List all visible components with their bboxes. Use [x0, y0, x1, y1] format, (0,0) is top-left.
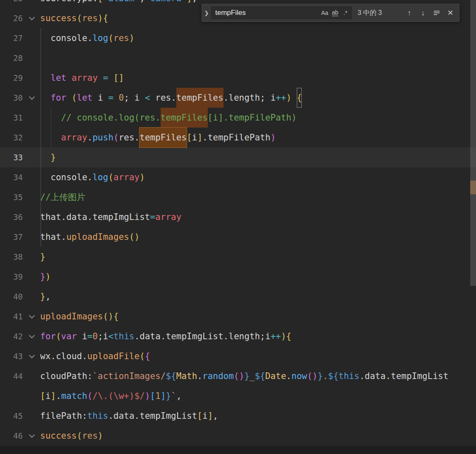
token	[108, 68, 113, 88]
code-text[interactable]: success(res)	[40, 426, 476, 446]
code-text[interactable]: },	[40, 287, 476, 307]
line-number[interactable]: 25	[13, 0, 23, 8]
token: (){	[103, 307, 119, 326]
fold-chevron-icon[interactable]	[27, 8, 36, 28]
code-line-32: 32 array.push(res.tempFiles[i].tempFileP…	[0, 128, 476, 147]
fold-chevron-icon[interactable]	[27, 346, 36, 366]
token: ,	[192, 0, 197, 8]
token: log	[92, 167, 108, 187]
next-match-button[interactable]: ↓	[417, 7, 429, 19]
line-number[interactable]: 39	[13, 267, 23, 287]
close-find-widget-button[interactable]: ✕	[444, 7, 457, 19]
code-text[interactable]: console.log(array)	[40, 167, 476, 187]
gutter: 36	[0, 207, 40, 227]
line-number[interactable]: 36	[13, 207, 23, 227]
fold-chevron-icon[interactable]	[27, 326, 36, 346]
token: push	[92, 128, 113, 147]
line-number[interactable]: 30	[13, 88, 23, 108]
whole-word-icon: ab	[332, 10, 339, 16]
code-text[interactable]: filePath:this.data.tempImgList[i],	[40, 406, 476, 426]
token: [	[187, 128, 192, 147]
line-number[interactable]: 35	[13, 187, 23, 207]
token: _	[250, 366, 255, 386]
line-number[interactable]: 34	[13, 167, 23, 187]
token: array	[61, 128, 87, 147]
token: let	[50, 68, 66, 88]
line-number[interactable]: 44	[13, 366, 23, 386]
line-number[interactable]: 27	[13, 28, 23, 48]
line-number[interactable]: 40	[13, 287, 23, 307]
token: console.	[40, 28, 92, 48]
token: success	[40, 8, 77, 28]
code-text[interactable]	[40, 48, 476, 68]
chevron-down-icon	[29, 14, 35, 20]
fold-chevron-icon[interactable]	[27, 307, 36, 326]
chevron-down-icon	[29, 353, 35, 358]
previous-match-button[interactable]: ↑	[403, 7, 416, 19]
code-text[interactable]: array.push(res.tempFiles[i].tempFilePath…	[40, 128, 476, 147]
code-text[interactable]: for(var i=0;i<this.data.tempImgList.leng…	[40, 326, 476, 346]
line-number[interactable]: 26	[13, 8, 23, 28]
code-text[interactable]: [i].match(/\.(\w+)$/)[1]}`,	[40, 386, 476, 406]
token: }	[50, 147, 56, 167]
line-number[interactable]: 33	[13, 147, 23, 167]
fold-chevron-icon[interactable]	[27, 88, 36, 108]
regex-toggle[interactable]: .*	[340, 8, 351, 18]
code-text[interactable]: }	[40, 147, 476, 167]
token: 1	[155, 386, 161, 406]
line-number[interactable]: 32	[13, 128, 23, 147]
line-number[interactable]: 43	[13, 346, 23, 366]
line-number[interactable]: 41	[13, 307, 23, 326]
toggle-replace-chevron-icon[interactable]: ❯	[202, 4, 211, 22]
code-text[interactable]: console.log(res)	[40, 28, 476, 48]
line-number[interactable]: 31	[13, 108, 23, 128]
code-text[interactable]: wx.cloud.uploadFile({	[40, 346, 476, 366]
token	[66, 68, 72, 88]
indent-guide	[41, 28, 41, 247]
token: =	[108, 88, 113, 108]
code-line-35: 35//上传图片	[0, 187, 476, 207]
code-text[interactable]: for (let i = 0; i < res.tempFiles.length…	[40, 88, 476, 108]
find-match-highlight: tempFiles	[161, 108, 208, 128]
find-in-selection-button[interactable]	[430, 7, 443, 19]
match-case-toggle[interactable]: Aa	[320, 8, 330, 18]
code-text[interactable]: })	[40, 267, 476, 287]
code-text[interactable]: cloudPath:`actionImages/${Math.random()}…	[40, 366, 476, 386]
line-number[interactable]: 46	[13, 426, 23, 446]
token: ,	[213, 406, 218, 426]
token: for	[40, 326, 56, 346]
code-text[interactable]: }	[40, 247, 476, 267]
token: ]	[208, 406, 213, 426]
token: <	[108, 326, 113, 346]
line-number[interactable]: 29	[13, 68, 23, 88]
gutter: 45	[0, 406, 40, 426]
token: random	[202, 366, 234, 386]
gutter: 46	[0, 426, 40, 446]
token: ()	[129, 227, 139, 247]
code-text[interactable]: // console.log(res.tempFiles[i].tempFile…	[40, 108, 476, 128]
find-input[interactable]	[214, 8, 320, 17]
vertical-scrollbar[interactable]	[470, 0, 476, 286]
code-line-33: 33 }	[0, 147, 476, 167]
whole-word-toggle[interactable]: ab	[330, 8, 340, 18]
token: (	[87, 386, 93, 406]
line-number[interactable]: 38	[13, 247, 23, 267]
line-number[interactable]: 28	[13, 48, 23, 68]
token: ++	[276, 88, 286, 108]
fold-chevron-icon[interactable]	[27, 426, 36, 446]
code-text[interactable]: uploadImages(){	[40, 307, 476, 326]
code-text[interactable]: //上传图片	[40, 187, 476, 207]
line-number[interactable]: 45	[13, 406, 23, 426]
token: <	[145, 88, 150, 108]
code-text[interactable]: let array = []	[40, 68, 476, 88]
line-number[interactable]: 37	[13, 227, 23, 247]
code-line-42: 42for(var i=0;i<this.data.tempImgList.le…	[0, 326, 476, 346]
gutter: 28	[0, 48, 40, 68]
token: =	[87, 326, 93, 346]
line-number[interactable]: 42	[13, 326, 23, 346]
token: .	[286, 366, 291, 386]
code-line-30: 30 for (let i = 0; i < res.tempFiles.len…	[0, 88, 476, 108]
code-text[interactable]: that.data.tempImgList=array	[40, 207, 476, 227]
token: uploadImages	[66, 227, 129, 247]
code-text[interactable]: that.uploadImages()	[40, 227, 476, 247]
